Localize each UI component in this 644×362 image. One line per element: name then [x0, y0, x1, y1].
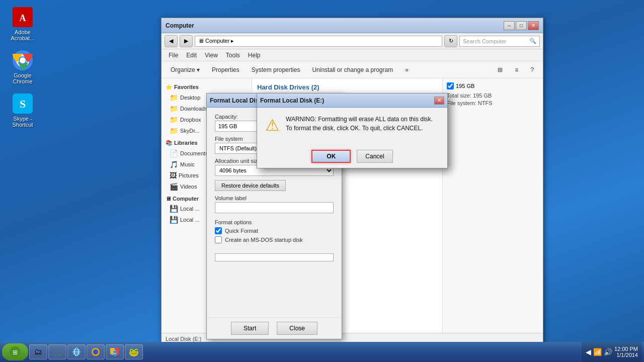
svg-point-16 — [93, 349, 98, 354]
svg-text:⊞: ⊞ — [13, 349, 18, 356]
skype-icon: S — [13, 94, 33, 114]
taskbar-ie[interactable] — [67, 344, 86, 359]
right-panel-size-label: 195 GB — [456, 83, 474, 89]
organize-button[interactable]: Organize ▾ — [166, 65, 205, 75]
right-panel-checkbox[interactable] — [447, 82, 454, 89]
total-size-row: Total size: 195 GB — [447, 93, 539, 99]
uninstall-button[interactable]: Uninstall or change a program — [307, 65, 398, 75]
svg-text:A: A — [20, 13, 26, 23]
total-size-value: 195 GB — [473, 93, 492, 99]
sidebar-favorites-header[interactable]: ⭐ Favorites — [162, 82, 252, 92]
clock-time: 12:00 PM — [614, 346, 638, 352]
help-button[interactable]: ? — [525, 65, 539, 75]
start-icon: ⊞ — [10, 346, 21, 357]
taskbar-file-explorer[interactable]: 🗂 — [29, 344, 47, 359]
taskbar-firefox[interactable] — [87, 344, 105, 359]
tray-clock[interactable]: 12:00 PM 1/1/2014 — [614, 346, 638, 358]
tray-volume-icon[interactable]: 🔊 — [604, 348, 612, 356]
system-properties-button[interactable]: System properties — [247, 65, 305, 75]
menu-tools[interactable]: Tools — [222, 51, 244, 60]
search-placeholder: Search Computer — [463, 38, 506, 44]
window-controls: – □ ✕ — [504, 21, 539, 30]
desktop-icon-adobe[interactable]: A Adobe Acrobat... — [5, 5, 40, 43]
address-text: 🖥 Computer ▸ — [198, 38, 234, 44]
svg-text:S: S — [20, 98, 26, 110]
quick-format-label: Quick Format — [225, 228, 258, 234]
volume-label: Volume label — [215, 195, 334, 201]
back-button[interactable]: ◀ — [165, 35, 178, 47]
warning-message-line2: To format the disk, click OK. To quit, c… — [286, 125, 423, 132]
explorer-toolbar: ◀ ▶ 🖥 Computer ▸ ↻ Search Computer 🔍 — [162, 33, 543, 49]
forward-button[interactable]: ▶ — [180, 35, 193, 47]
ok-button[interactable]: OK — [311, 150, 351, 163]
desktop-icon-skype[interactable]: S Skype - Shortcut — [5, 92, 40, 130]
explorer-titlebar: Computer – □ ✕ — [162, 18, 543, 33]
chrome-label: Google Chrome — [7, 72, 38, 84]
fs-value: NTFS — [478, 100, 493, 106]
restore-defaults-button[interactable]: Restore device defaults — [215, 180, 286, 191]
minimize-button[interactable]: – — [504, 21, 515, 30]
tray-network-icon[interactable]: 📶 — [593, 348, 602, 356]
msdos-row: Create an MS-DOS startup disk — [215, 236, 334, 243]
quick-format-checkbox[interactable] — [215, 227, 222, 234]
taskbar-media-player[interactable]: 🎵 — [48, 344, 66, 359]
volume-label-field: Volume label — [215, 195, 334, 213]
progress-bar — [215, 253, 334, 261]
adobe-label: Adobe Acrobat... — [7, 29, 38, 41]
adobe-icon: A — [13, 7, 33, 27]
more-button[interactable]: » — [400, 65, 414, 75]
warning-message-line1: WARNING: Formatting will erase ALL data … — [286, 116, 433, 123]
close-dialog-button[interactable]: Close — [277, 322, 317, 335]
command-bar: Organize ▾ Properties System properties … — [162, 61, 543, 78]
warning-close-button[interactable]: ✕ — [434, 97, 444, 105]
msdos-checkbox[interactable] — [215, 236, 222, 243]
address-bar[interactable]: 🖥 Computer ▸ — [195, 36, 442, 47]
maximize-button[interactable]: □ — [516, 21, 527, 30]
properties-button[interactable]: Properties — [207, 65, 245, 75]
start-button[interactable]: Start — [231, 322, 269, 335]
details-view-button[interactable]: ≡ — [510, 65, 523, 75]
menu-view[interactable]: View — [201, 51, 222, 60]
close-button[interactable]: ✕ — [528, 21, 539, 30]
view-button[interactable]: ⊞ — [493, 65, 508, 75]
warning-body: ⚠ WARNING: Formatting will erase ALL dat… — [257, 108, 447, 147]
clock-date: 1/1/2014 — [614, 352, 638, 358]
search-box[interactable]: Search Computer 🔍 — [459, 36, 540, 47]
warning-footer: OK Cancel — [257, 147, 447, 168]
menu-bar: File Edit View Tools Help — [162, 49, 543, 61]
search-icon: 🔍 — [529, 38, 536, 44]
format-options-title: Format options — [215, 219, 334, 225]
desktop-icon-chrome[interactable]: Google Chrome — [5, 48, 40, 86]
total-size-label: Total size: — [447, 93, 471, 99]
ie-icon — [72, 347, 81, 356]
warning-text: WARNING: Formatting will erase ALL data … — [286, 115, 433, 133]
tray-arrow-icon[interactable]: ◀ — [586, 348, 591, 356]
chrome-taskbar-icon — [110, 347, 119, 356]
taskbar-frog-app[interactable]: 🐸 — [125, 344, 143, 359]
format-dialog-footer: Start Close — [207, 317, 342, 339]
refresh-button[interactable]: ↻ — [444, 35, 457, 47]
skype-label: Skype - Shortcut — [7, 116, 38, 128]
cancel-button[interactable]: Cancel — [357, 150, 392, 163]
fs-label: File system: — [447, 100, 476, 106]
system-tray: ◀ 📶 🔊 12:00 PM 1/1/2014 — [582, 342, 642, 362]
svg-point-5 — [20, 57, 26, 63]
right-panel: 195 GB Total size: 195 GB File system: N… — [442, 78, 543, 333]
svg-point-19 — [113, 350, 116, 353]
warning-icon: ⚠ — [265, 116, 280, 135]
status-text: Local Disk (E:) — [166, 336, 202, 342]
firefox-icon — [91, 347, 100, 356]
menu-edit[interactable]: Edit — [182, 51, 201, 60]
fs-row: File system: NTFS — [447, 100, 539, 106]
menu-file[interactable]: File — [165, 51, 182, 60]
explorer-title: Computer — [166, 22, 194, 29]
menu-help[interactable]: Help — [244, 51, 265, 60]
chrome-icon — [13, 50, 33, 70]
taskbar: ⊞ 🗂 🎵 — [0, 342, 644, 362]
start-button[interactable]: ⊞ — [2, 343, 28, 360]
volume-input[interactable] — [215, 202, 334, 213]
taskbar-chrome[interactable] — [106, 344, 124, 359]
warning-titlebar: Format Local Disk (E:) ✕ — [257, 94, 447, 108]
quick-format-row: Quick Format — [215, 227, 334, 234]
desktop: A Adobe Acrobat... Google Chrome — [0, 0, 644, 362]
